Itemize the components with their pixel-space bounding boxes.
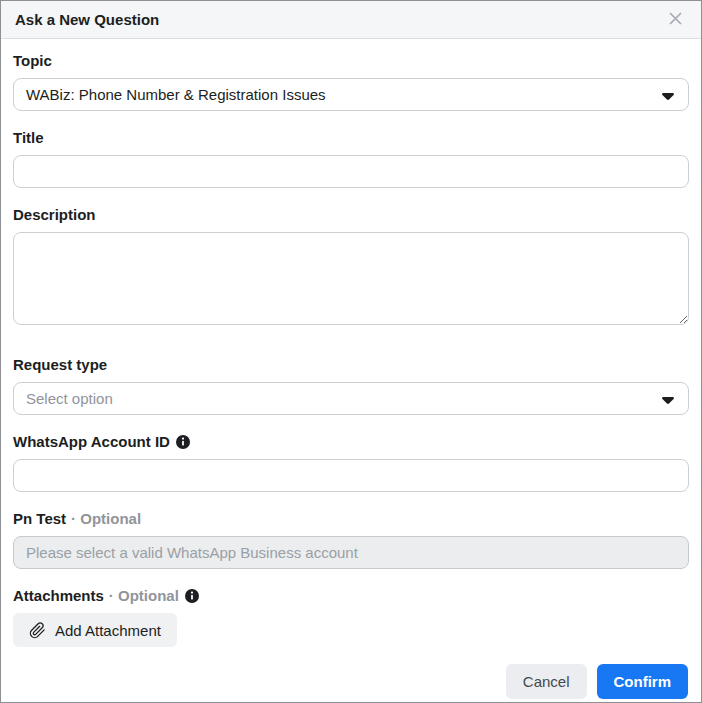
modal-body: Topic WABiz: Phone Number & Registration… — [1, 39, 701, 664]
info-icon[interactable] — [185, 589, 199, 603]
attachments-field: Attachments · Optional Add Attachment — [13, 586, 689, 647]
whatsapp-account-id-label: WhatsApp Account ID — [13, 432, 689, 451]
whatsapp-account-id-input[interactable] — [13, 459, 689, 492]
modal-header: Ask a New Question — [1, 1, 701, 39]
title-input[interactable] — [13, 155, 689, 188]
pn-test-optional-label: · Optional — [71, 509, 141, 528]
title-label: Title — [13, 128, 689, 147]
add-attachment-label: Add Attachment — [55, 622, 161, 639]
modal-title: Ask a New Question — [15, 11, 159, 28]
topic-field: Topic WABiz: Phone Number & Registration… — [13, 51, 689, 111]
topic-select[interactable]: WABiz: Phone Number & Registration Issue… — [13, 78, 689, 111]
pn-test-input — [13, 536, 689, 569]
request-type-select[interactable]: Select option — [13, 382, 689, 415]
modal-footer: Cancel Confirm — [1, 664, 701, 703]
paperclip-icon — [29, 622, 46, 639]
attachments-label: Attachments · Optional — [13, 586, 689, 605]
description-textarea[interactable] — [13, 232, 689, 325]
title-field: Title — [13, 128, 689, 188]
request-type-field: Request type Select option — [13, 355, 689, 415]
request-type-label: Request type — [13, 355, 689, 374]
description-field: Description — [13, 205, 689, 329]
pn-test-field: Pn Test · Optional — [13, 509, 689, 569]
request-type-placeholder: Select option — [26, 390, 113, 407]
topic-label: Topic — [13, 51, 689, 70]
confirm-button[interactable]: Confirm — [597, 664, 689, 699]
ask-new-question-modal: Ask a New Question Topic WABiz: Phone Nu… — [0, 0, 702, 703]
add-attachment-button[interactable]: Add Attachment — [13, 613, 177, 647]
close-icon — [669, 11, 682, 29]
attachments-optional-label: · Optional — [109, 586, 179, 605]
topic-select-value: WABiz: Phone Number & Registration Issue… — [26, 86, 326, 103]
info-icon[interactable] — [176, 435, 190, 449]
chevron-down-icon — [662, 390, 674, 408]
chevron-down-icon — [662, 86, 674, 104]
pn-test-label: Pn Test · Optional — [13, 509, 689, 528]
close-button[interactable] — [665, 10, 685, 30]
cancel-button[interactable]: Cancel — [506, 664, 587, 699]
whatsapp-account-id-field: WhatsApp Account ID — [13, 432, 689, 492]
description-label: Description — [13, 205, 689, 224]
